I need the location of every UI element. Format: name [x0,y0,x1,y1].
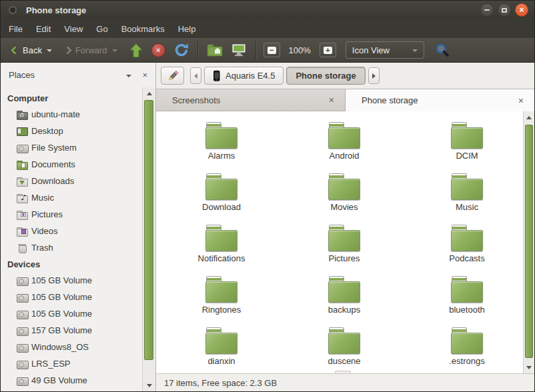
content-scrollbar-thumb[interactable] [525,125,533,358]
menu-view[interactable]: View [57,21,89,37]
sidebar-item-volume-1[interactable]: 105 GB Volume [1,272,142,289]
folder-item-dianxin[interactable]: dianxin [160,327,283,373]
sidebar-scrollbar-thumb[interactable] [144,100,153,360]
tab-label: Phone storage [362,95,418,105]
tab-phone-storage[interactable]: Phone storage × [346,89,534,111]
folder-item-backups[interactable]: backups [283,276,406,327]
menu-go[interactable]: Go [89,21,114,37]
folder-item-download[interactable]: Download [160,173,283,225]
sidebar-item-lrs-esp[interactable]: LRS_ESP [1,355,142,372]
forward-button[interactable]: Forward [59,43,121,58]
menu-bookmarks[interactable]: Bookmarks [115,21,171,37]
sidebar-item-ubuntu-mate[interactable]: ⌂ ubuntu-mate [1,106,142,123]
partially-visible-folder[interactable] [335,371,351,373]
forward-label: Forward [75,45,107,55]
drive-icon [17,309,29,319]
search-button[interactable] [435,43,450,57]
sidebar-item-windows8-os[interactable]: Windows8_OS [1,339,142,355]
toolbar-separator [255,41,256,59]
back-history-caret-icon[interactable] [47,49,52,52]
edit-location-button[interactable] [161,67,184,85]
folder-item-estrongs[interactable]: .estrongs [406,327,528,373]
menu-file[interactable]: File [2,21,29,37]
folder-icon [451,122,483,149]
sidebar-item-pictures[interactable]: Pictures [1,206,142,223]
minimize-button[interactable] [480,3,494,17]
maximize-button[interactable] [498,3,511,17]
window-icon [9,6,17,14]
folder-label: Movies [330,202,358,212]
stop-button[interactable]: × [151,43,165,57]
folder-label: Pictures [329,253,360,263]
view-mode-select[interactable]: Icon View [346,41,424,59]
zoom-out-button[interactable]: − [263,43,280,57]
sidebar-item-label: 49 GB Volume [31,375,87,385]
sidebar-item-volume-2[interactable]: 105 GB Volume [1,289,142,305]
sidebar-scrollbar[interactable] [142,87,155,391]
sidebar-item-desktop[interactable]: Desktop [1,123,142,139]
sidebar-selector-label: Places [9,70,35,80]
tab-close-icon[interactable]: × [326,94,337,106]
reload-button[interactable] [170,40,193,60]
home-button[interactable] [203,41,227,59]
tab-close-icon[interactable]: × [516,95,526,107]
folder-item-movies[interactable]: Movies [283,173,406,225]
folder-item-notifications[interactable]: Notifications [160,225,283,276]
sidebar-item-volume-3[interactable]: 105 GB Volume [1,305,142,322]
sidebar-item-label: 157 GB Volume [31,325,92,335]
folder-item-podcasts[interactable]: Podcasts [406,225,528,276]
computer-button[interactable] [227,41,251,59]
menu-edit[interactable]: Edit [29,21,57,37]
sidebar-item-documents[interactable]: Documents [1,156,142,173]
folder-item-music[interactable]: Music [406,173,528,225]
toolbar: Back Forward × [1,38,534,63]
close-icon: × [519,6,524,14]
videos-folder-icon [17,226,29,237]
sidebar-item-volume-4[interactable]: 157 GB Volume [1,322,142,339]
sidebar-item-file-system[interactable]: File System [1,139,142,156]
sidebar-section-devices: Devices [1,256,142,272]
zoom-in-button[interactable]: + [320,43,336,57]
sidebar-item-volume-5[interactable]: 49 GB Volume [1,372,142,389]
folder-icon [205,225,237,251]
window-title: Phone storage [26,5,86,15]
path-button-device[interactable]: Aquaris E4.5 [204,67,284,85]
scroll-down-icon[interactable] [143,379,155,391]
folder-item-alarms[interactable]: Alarms [160,122,283,173]
menubar: File Edit View Go Bookmarks Help [1,19,534,38]
folder-icon [328,225,360,251]
sidebar: Places × Computer ⌂ ubuntu-mate Desktop … [1,63,156,391]
sidebar-item-videos[interactable]: Videos [1,223,142,239]
sidebar-item-music[interactable]: ♪ Music [1,189,142,206]
sidebar-close-button[interactable]: × [142,71,147,79]
folder-item-dcim[interactable]: DCIM [406,122,528,173]
music-folder-icon: ♪ [17,193,29,203]
folder-item-android[interactable]: Android [283,122,406,173]
path-button-current[interactable]: Phone storage [286,67,365,85]
scroll-down-icon[interactable] [524,361,534,373]
sidebar-list: Computer ⌂ ubuntu-mate Desktop File Syst… [1,87,142,391]
menu-help[interactable]: Help [171,21,203,37]
tab-screenshots[interactable]: Screenshots × [156,89,346,111]
documents-folder-icon [17,159,29,170]
sidebar-item-trash[interactable]: Trash [1,239,142,256]
folder-icon [328,122,360,149]
sidebar-item-downloads[interactable]: Downloads [1,173,142,189]
up-button[interactable] [125,40,147,61]
sidebar-item-label: ubuntu-mate [31,109,80,119]
back-button[interactable]: Back [6,43,56,58]
scroll-up-icon[interactable] [143,87,155,99]
folder-item-ringtones[interactable]: Ringtones [160,276,283,327]
folder-item-bluetooth[interactable]: bluetooth [406,276,528,327]
toolbar-separator [197,41,198,59]
scroll-up-icon[interactable] [524,111,534,123]
folder-item-pictures[interactable]: Pictures [283,225,406,276]
path-scroll-right-button[interactable] [368,67,380,84]
folder-item-duscene[interactable]: duscene [283,327,406,373]
sidebar-selector[interactable]: Places × [1,63,155,87]
computer-icon [231,43,247,57]
content-scrollbar[interactable] [523,111,534,373]
close-button[interactable]: × [515,3,528,17]
path-scroll-left-button[interactable] [190,67,201,84]
forward-history-caret-icon[interactable] [112,49,117,52]
